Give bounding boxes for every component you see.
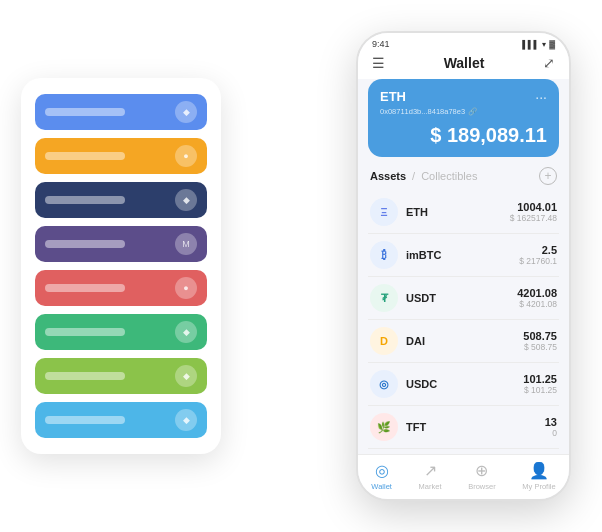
asset-amount-eth: 1004.01 xyxy=(510,201,557,213)
tab-collectibles[interactable]: Collectibles xyxy=(421,170,477,182)
card-label-1 xyxy=(45,152,125,160)
asset-usd-eth: $ 162517.48 xyxy=(510,213,557,223)
card-label-4 xyxy=(45,284,125,292)
expand-icon[interactable]: ⤢ xyxy=(543,55,555,71)
asset-name-col-usdc: USDC xyxy=(406,378,523,390)
asset-name-col-imbtc: imBTC xyxy=(406,249,519,261)
asset-icon-usdc: ◎ xyxy=(370,370,398,398)
left-card-5[interactable]: ◆ xyxy=(35,314,207,350)
asset-name-col-tft: TFT xyxy=(406,421,545,433)
left-wallet-panel: ◆ ● ◆ M ● ◆ ◆ ◆ xyxy=(21,78,221,454)
card-icon-6: ◆ xyxy=(175,365,197,387)
asset-name-imbtc: imBTC xyxy=(406,249,519,261)
asset-name-col-usdt: USDT xyxy=(406,292,517,304)
tab-assets[interactable]: Assets xyxy=(370,170,406,182)
asset-usd-usdc: $ 101.25 xyxy=(523,385,557,395)
status-time: 9:41 xyxy=(372,39,390,49)
card-icon-7: ◆ xyxy=(175,409,197,431)
asset-usd-tft: 0 xyxy=(545,428,557,438)
nav-label-market: Market xyxy=(419,482,442,491)
nav-icon-wallet: ◎ xyxy=(375,461,389,480)
asset-amount-dai: 508.75 xyxy=(523,330,557,342)
asset-name-col-dai: DAI xyxy=(406,335,523,347)
asset-values-imbtc: 2.5 $ 21760.1 xyxy=(519,244,557,266)
asset-icon-eth: Ξ xyxy=(370,198,398,226)
asset-item-dai[interactable]: D DAI 508.75 $ 508.75 xyxy=(368,320,559,363)
nav-label-my-profile: My Profile xyxy=(522,482,555,491)
card-label-3 xyxy=(45,240,125,248)
card-icon-4: ● xyxy=(175,277,197,299)
asset-amount-tft: 13 xyxy=(545,416,557,428)
asset-usd-imbtc: $ 21760.1 xyxy=(519,256,557,266)
phone-header: ☰ Wallet ⤢ xyxy=(358,51,569,79)
signal-icon: ▌▌▌ xyxy=(522,40,539,49)
phone-content: ETH ··· 0x08711d3b...8418a78e3 🔗 $ 189,0… xyxy=(358,79,569,454)
card-icon-2: ◆ xyxy=(175,189,197,211)
wifi-icon: ▾ xyxy=(542,40,546,49)
asset-usd-dai: $ 508.75 xyxy=(523,342,557,352)
asset-item-eth[interactable]: Ξ ETH 1004.01 $ 162517.48 xyxy=(368,191,559,234)
asset-name-eth: ETH xyxy=(406,206,510,218)
asset-values-dai: 508.75 $ 508.75 xyxy=(523,330,557,352)
eth-wallet-card[interactable]: ETH ··· 0x08711d3b...8418a78e3 🔗 $ 189,0… xyxy=(368,79,559,157)
nav-item-browser[interactable]: ⊕ Browser xyxy=(468,461,496,491)
nav-label-wallet: Wallet xyxy=(371,482,392,491)
card-icon-3: M xyxy=(175,233,197,255)
asset-values-usdt: 4201.08 $ 4201.08 xyxy=(517,287,557,309)
asset-name-col-eth: ETH xyxy=(406,206,510,218)
asset-amount-imbtc: 2.5 xyxy=(519,244,557,256)
asset-list: Ξ ETH 1004.01 $ 162517.48 ₿ imBTC 2.5 $ … xyxy=(358,191,569,454)
eth-card-title: ETH xyxy=(380,89,406,104)
eth-card-header: ETH ··· xyxy=(380,89,547,105)
nav-item-my-profile[interactable]: 👤 My Profile xyxy=(522,461,555,491)
left-card-2[interactable]: ◆ xyxy=(35,182,207,218)
asset-amount-usdt: 4201.08 xyxy=(517,287,557,299)
left-card-7[interactable]: ◆ xyxy=(35,402,207,438)
add-asset-button[interactable]: + xyxy=(539,167,557,185)
card-label-2 xyxy=(45,196,125,204)
asset-icon-tft: 🌿 xyxy=(370,413,398,441)
status-bar: 9:41 ▌▌▌ ▾ ▓ xyxy=(358,33,569,51)
scene: ◆ ● ◆ M ● ◆ ◆ ◆ 9:41 ▌▌▌ xyxy=(11,11,591,521)
asset-values-eth: 1004.01 $ 162517.48 xyxy=(510,201,557,223)
card-label-5 xyxy=(45,328,125,336)
left-card-3[interactable]: M xyxy=(35,226,207,262)
nav-icon-my-profile: 👤 xyxy=(529,461,549,480)
nav-icon-browser: ⊕ xyxy=(475,461,488,480)
asset-item-tft[interactable]: 🌿 TFT 13 0 xyxy=(368,406,559,449)
tab-separator: / xyxy=(412,170,415,182)
asset-item-usdt[interactable]: ₮ USDT 4201.08 $ 4201.08 xyxy=(368,277,559,320)
nav-item-market[interactable]: ↗ Market xyxy=(419,461,442,491)
asset-name-tft: TFT xyxy=(406,421,545,433)
asset-name-usdc: USDC xyxy=(406,378,523,390)
asset-item-imbtc[interactable]: ₿ imBTC 2.5 $ 21760.1 xyxy=(368,234,559,277)
asset-values-usdc: 101.25 $ 101.25 xyxy=(523,373,557,395)
left-card-4[interactable]: ● xyxy=(35,270,207,306)
assets-header: Assets / Collectibles + xyxy=(358,167,569,191)
asset-name-dai: DAI xyxy=(406,335,523,347)
left-card-1[interactable]: ● xyxy=(35,138,207,174)
eth-card-more-btn[interactable]: ··· xyxy=(535,89,547,105)
status-icons: ▌▌▌ ▾ ▓ xyxy=(522,40,555,49)
asset-icon-dai: D xyxy=(370,327,398,355)
eth-card-amount: $ 189,089.11 xyxy=(380,124,547,147)
asset-values-tft: 13 0 xyxy=(545,416,557,438)
card-icon-0: ◆ xyxy=(175,101,197,123)
phone-frame: 9:41 ▌▌▌ ▾ ▓ ☰ Wallet ⤢ ETH ··· 0x08711d… xyxy=(356,31,571,501)
page-title: Wallet xyxy=(444,55,485,71)
nav-icon-market: ↗ xyxy=(424,461,437,480)
asset-usd-usdt: $ 4201.08 xyxy=(517,299,557,309)
card-icon-1: ● xyxy=(175,145,197,167)
left-card-6[interactable]: ◆ xyxy=(35,358,207,394)
card-label-0 xyxy=(45,108,125,116)
asset-name-usdt: USDT xyxy=(406,292,517,304)
eth-card-address: 0x08711d3b...8418a78e3 🔗 xyxy=(380,107,547,116)
card-icon-5: ◆ xyxy=(175,321,197,343)
battery-icon: ▓ xyxy=(549,40,555,49)
nav-item-wallet[interactable]: ◎ Wallet xyxy=(371,461,392,491)
left-card-0[interactable]: ◆ xyxy=(35,94,207,130)
card-label-7 xyxy=(45,416,125,424)
card-label-6 xyxy=(45,372,125,380)
asset-item-usdc[interactable]: ◎ USDC 101.25 $ 101.25 xyxy=(368,363,559,406)
menu-icon[interactable]: ☰ xyxy=(372,55,385,71)
